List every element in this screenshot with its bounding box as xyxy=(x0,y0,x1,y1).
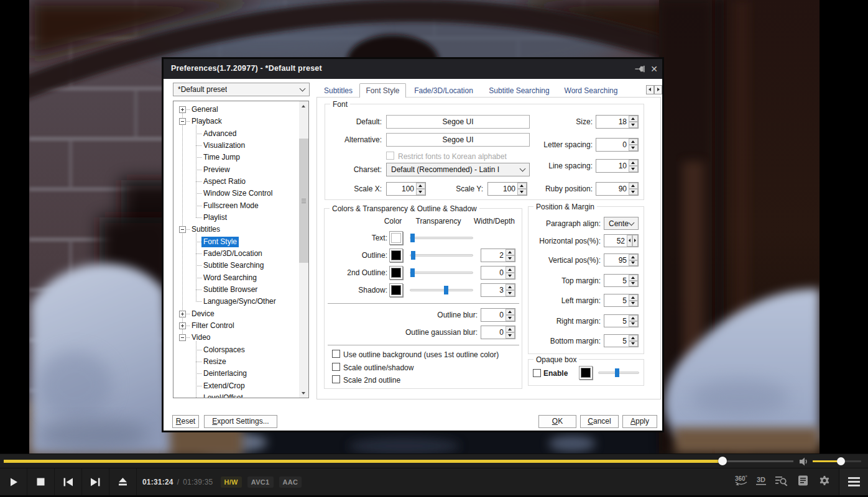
dialog-titlebar[interactable]: Preferences(1.7.20977) - *Default preset… xyxy=(164,59,662,79)
expand-plus-icon[interactable] xyxy=(179,311,186,317)
spin-down-icon[interactable] xyxy=(506,332,515,339)
shadow-transparency-slider[interactable] xyxy=(410,283,473,297)
outline-color-swatch[interactable] xyxy=(389,248,403,262)
spin-up-icon[interactable] xyxy=(506,267,515,273)
shadow-transparency-slider-thumb[interactable] xyxy=(444,286,448,294)
tree-item-fullscreen-mode[interactable]: Fullscreen Mode xyxy=(173,200,298,212)
2nd-outline-transparency-slider-thumb[interactable] xyxy=(410,268,415,277)
spin-up-icon[interactable] xyxy=(506,284,515,290)
tree-item-word-searching[interactable]: Word Searching xyxy=(173,272,298,284)
spin-down-icon[interactable] xyxy=(629,281,638,287)
eject-button[interactable] xyxy=(109,468,137,495)
spin-down-icon[interactable] xyxy=(506,290,515,296)
tree-item-font-style[interactable]: Font Style xyxy=(173,236,298,248)
collapse-minus-icon[interactable] xyxy=(179,118,186,125)
apply-button[interactable]: Apply xyxy=(622,415,657,428)
speaker-icon[interactable] xyxy=(798,456,810,467)
2nd-outline-color-swatch[interactable] xyxy=(389,266,403,280)
spin-down-icon[interactable] xyxy=(506,315,515,321)
tree-item-visualization[interactable]: Visualization xyxy=(173,140,298,152)
tree-item-fade-3d-location[interactable]: Fade/3D/Location xyxy=(173,248,298,260)
tab-scroll-right-button[interactable] xyxy=(654,85,662,94)
preset-combobox[interactable]: *Default preset xyxy=(173,83,310,96)
2nd-outline-transparency-slider[interactable] xyxy=(410,266,473,280)
scale-y-spinner[interactable]: 100 xyxy=(487,182,527,196)
opaque-slider-thumb[interactable] xyxy=(615,368,619,377)
spin-down-icon[interactable] xyxy=(629,189,638,195)
bottom-margin-spinner[interactable]: 5 xyxy=(604,334,639,347)
log-button[interactable] xyxy=(793,468,812,495)
opaque-enable-checkbox[interactable] xyxy=(533,369,541,377)
previous-button[interactable] xyxy=(55,468,82,495)
seekbar[interactable] xyxy=(4,460,793,463)
tree-item-device[interactable]: Device xyxy=(173,308,298,320)
outline-width-spinner[interactable]: 2 xyxy=(481,248,515,262)
spin-down-icon[interactable] xyxy=(629,145,638,151)
expand-plus-icon[interactable] xyxy=(179,106,186,113)
settings-gear-button[interactable] xyxy=(815,468,833,495)
gaussian-blur-spinner[interactable]: 0 xyxy=(481,326,515,339)
letter-spacing-spinner[interactable]: 0 xyxy=(596,138,639,152)
seekbar-knob[interactable] xyxy=(718,457,727,465)
spin-down-icon[interactable] xyxy=(517,189,527,195)
tree-item-window-size-control[interactable]: Window Size Control xyxy=(173,188,298,199)
tab-scroll-left-button[interactable] xyxy=(646,85,654,94)
tree-item-subtitles[interactable]: Subtitles xyxy=(173,224,298,235)
spin-up-icon[interactable] xyxy=(629,116,638,122)
restrict-korean-checkbox[interactable] xyxy=(386,152,394,160)
spin-down-icon[interactable] xyxy=(416,189,425,195)
next-button[interactable] xyxy=(82,468,109,495)
shadow-color-swatch[interactable] xyxy=(389,283,403,297)
tree-item-playback[interactable]: Playback xyxy=(173,116,298,127)
horizontal-pos-spinner[interactable]: 52 xyxy=(604,234,639,247)
opaque-slider[interactable] xyxy=(598,366,639,380)
outline-blur-spinner[interactable]: 0 xyxy=(481,308,515,322)
paragraph-align-combobox[interactable]: Cente xyxy=(604,217,639,230)
outline-transparency-slider[interactable] xyxy=(410,248,473,262)
spin-up-icon[interactable] xyxy=(629,160,638,166)
tree-item-filter-control[interactable]: Filter Control xyxy=(173,320,298,332)
expand-plus-icon[interactable] xyxy=(179,322,186,329)
outline-transparency-slider-thumb[interactable] xyxy=(411,251,415,260)
spin-up-icon[interactable] xyxy=(506,309,515,315)
line-spacing-spinner[interactable]: 10 xyxy=(596,159,639,173)
tab-subtitle-searching[interactable]: Subtitle Searching xyxy=(484,85,554,96)
right-margin-spinner[interactable]: 5 xyxy=(604,314,639,327)
stop-button[interactable] xyxy=(27,468,55,495)
collapse-minus-icon[interactable] xyxy=(179,226,186,233)
spin-down-icon[interactable] xyxy=(629,166,638,172)
tab-fade-3d-location[interactable]: Fade/3D/Location xyxy=(409,85,478,96)
tree-item-subtitle-searching[interactable]: Subtitle Searching xyxy=(173,260,298,271)
text-color-swatch[interactable] xyxy=(389,231,403,245)
cancel-button[interactable]: Cancel xyxy=(580,415,619,428)
spin-up-icon[interactable] xyxy=(416,183,425,189)
spin-down-icon[interactable] xyxy=(629,122,638,128)
default-font-field[interactable]: Segoe UI xyxy=(386,115,530,129)
spin-up-icon[interactable] xyxy=(629,183,638,189)
size-spinner[interactable]: 18 xyxy=(596,115,639,129)
spin-down-icon[interactable] xyxy=(629,301,638,307)
tree-item-time-jump[interactable]: Time Jump xyxy=(173,152,298,163)
play-button[interactable] xyxy=(0,468,27,495)
2nd-outline-width-spinner[interactable]: 0 xyxy=(481,266,515,280)
close-icon[interactable]: ✕ xyxy=(649,63,659,75)
text-transparency-slider-thumb[interactable] xyxy=(410,234,415,242)
tab-font-style[interactable]: Font Style xyxy=(359,83,406,98)
scale-x-spinner[interactable]: 100 xyxy=(386,182,426,196)
tree-item-general[interactable]: General xyxy=(173,104,298,116)
spin-up-icon[interactable] xyxy=(517,183,527,189)
pin-icon[interactable] xyxy=(635,65,645,73)
use-outline-background-uses-1s-checkbox[interactable] xyxy=(332,350,340,358)
tree-item-resize[interactable]: Resize xyxy=(173,356,298,368)
menu-button[interactable] xyxy=(839,468,868,495)
tree-item-video[interactable]: Video xyxy=(173,332,298,344)
opaque-color-swatch[interactable] xyxy=(579,366,593,380)
tab-word-searching[interactable]: Word Searching xyxy=(560,85,622,96)
export-settings-button[interactable]: Export Settings... xyxy=(204,415,277,428)
ruby-position-spinner[interactable]: 90 xyxy=(596,182,639,196)
scroll-down-icon[interactable] xyxy=(299,388,308,398)
tree-scrollbar[interactable] xyxy=(299,101,308,398)
collapse-minus-icon[interactable] xyxy=(179,334,186,341)
tree-item-deinterlacing[interactable]: Deinterlacing xyxy=(173,368,298,380)
scrollbar-thumb[interactable] xyxy=(299,139,308,263)
